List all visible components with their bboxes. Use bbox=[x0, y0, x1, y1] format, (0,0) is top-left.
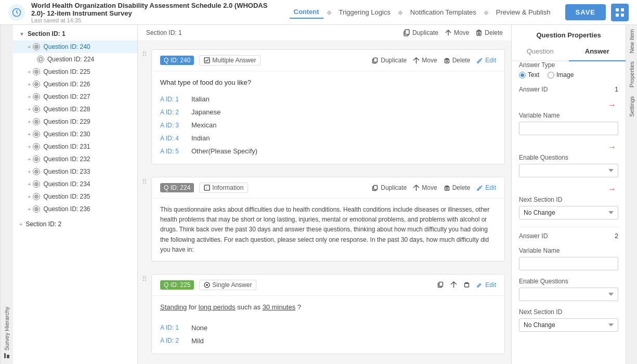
q240-type-badge: Multiple Answer bbox=[199, 55, 261, 66]
next-section-2-label: Next Section ID bbox=[519, 308, 618, 316]
plus-icon-229: + bbox=[28, 119, 31, 125]
svg-rect-36 bbox=[405, 30, 409, 34]
sidebar-question-231[interactable]: + Question ID: 231 bbox=[13, 140, 137, 153]
sidebar-q-label-224: Question ID: 224 bbox=[47, 56, 94, 63]
sidebar-question-240[interactable]: + Question ID: 240 bbox=[13, 41, 137, 53]
sidebar-question-225[interactable]: + Question ID: 225 bbox=[13, 66, 137, 78]
nav-notification[interactable]: Notification Templates bbox=[406, 6, 480, 18]
q240-move-btn[interactable]: Move bbox=[413, 57, 437, 64]
sidebar-question-236[interactable]: + Question ID: 236 bbox=[13, 203, 137, 215]
svg-rect-50 bbox=[439, 282, 443, 287]
section-1-header[interactable]: ▼ Section ID: 1 bbox=[13, 27, 137, 41]
sidebar-q-label-228: Question ID: 228 bbox=[43, 106, 90, 113]
q225-drag-handle[interactable]: ⠿ bbox=[138, 268, 151, 287]
red-arrow-ns-1-icon: → bbox=[608, 185, 616, 194]
section-move-btn[interactable]: Move bbox=[445, 29, 469, 36]
answer-id-2-value: 2 bbox=[615, 232, 618, 240]
q240-answer-5: A ID: 5 Other(Please Specify) bbox=[160, 145, 496, 158]
q224-card-row: ⠿ Q ID: 224 i Information Duplicate bbox=[138, 171, 511, 268]
q240-duplicate-btn[interactable]: Duplicate bbox=[372, 57, 407, 64]
q240-del-label: Delete bbox=[452, 57, 471, 64]
variable-name-1-input[interactable] bbox=[519, 122, 618, 135]
section-duplicate-btn[interactable]: Duplicate bbox=[403, 29, 438, 36]
save-button[interactable]: SAVE bbox=[565, 4, 606, 20]
sidebar-question-228[interactable]: + Question ID: 228 bbox=[13, 103, 137, 115]
grid-icon-button[interactable] bbox=[611, 4, 629, 21]
variable-name-1-label: Variable Name bbox=[519, 112, 618, 119]
q-icon-235 bbox=[33, 193, 40, 200]
radio-image[interactable]: Image bbox=[548, 71, 574, 79]
tab-answer[interactable]: Answer bbox=[569, 42, 626, 61]
svg-point-16 bbox=[36, 96, 37, 98]
settings-tab[interactable]: Settings bbox=[626, 92, 637, 121]
q225-duplicate-btn[interactable] bbox=[437, 281, 444, 288]
properties-tab[interactable]: Properties bbox=[626, 57, 637, 92]
sidebar-q-label-236: Question ID: 236 bbox=[43, 205, 90, 213]
q225-delete-btn[interactable] bbox=[463, 281, 470, 288]
next-section-2-select[interactable]: No Change bbox=[519, 318, 618, 332]
q224-edit-btn[interactable]: Edit bbox=[476, 184, 496, 191]
q224-move-btn[interactable]: Move bbox=[413, 184, 437, 191]
enable-questions-1-select[interactable] bbox=[519, 164, 618, 177]
plus-icon-236: + bbox=[28, 206, 31, 212]
sidebar-question-229[interactable]: + Question ID: 229 bbox=[13, 115, 137, 128]
section-2-header[interactable]: + Section ID: 2 bbox=[13, 217, 137, 231]
sidebar-question-227[interactable]: + Question ID: 227 bbox=[13, 90, 137, 103]
nav-triggering[interactable]: Triggering Logics bbox=[335, 6, 395, 18]
q240-edit-btn[interactable]: Edit bbox=[476, 57, 496, 64]
plus-section-2: + bbox=[19, 221, 22, 227]
svg-rect-41 bbox=[445, 59, 449, 63]
q240-text: What type of food do you like? bbox=[152, 71, 504, 90]
sidebar-question-234[interactable]: + Question ID: 234 bbox=[13, 178, 137, 190]
plus-icon-232: + bbox=[28, 156, 31, 162]
section-delete-btn[interactable]: Delete bbox=[475, 29, 503, 36]
main-layout: Survey Hierarchy ▼ Section ID: 1 + Quest… bbox=[0, 25, 637, 364]
q224-delete-btn[interactable]: Delete bbox=[444, 184, 471, 191]
q240-drag-handle[interactable]: ⠿ bbox=[138, 43, 151, 62]
nav-preview[interactable]: Preview & Publish bbox=[492, 6, 555, 18]
right-panel-header-area: ↱ Question Properties Question Answer bbox=[512, 25, 626, 61]
radio-text-label: Text bbox=[528, 71, 539, 79]
section-1-label: Section ID: 1 bbox=[28, 30, 66, 37]
plus-icon-233: + bbox=[28, 168, 31, 175]
sidebar-question-230[interactable]: + Question ID: 230 bbox=[13, 128, 137, 140]
enable-questions-2-select[interactable] bbox=[519, 288, 618, 301]
sidebar-question-233[interactable]: + Question ID: 233 bbox=[13, 165, 137, 178]
next-section-1-select[interactable]: No Change bbox=[519, 206, 618, 219]
answer-id-1-value: 1 bbox=[615, 86, 618, 93]
radio-text[interactable]: Text bbox=[519, 71, 539, 79]
svg-text:i: i bbox=[206, 186, 207, 190]
q224-drag-handle[interactable]: ⠿ bbox=[138, 171, 151, 190]
q225-edit-btn[interactable]: Edit bbox=[476, 281, 496, 289]
q225-answer-2: A ID: 2 Mild bbox=[160, 334, 496, 347]
q-icon-228 bbox=[33, 106, 40, 113]
q240-move-label: Move bbox=[422, 57, 437, 64]
sidebar-question-224[interactable]: i Question ID: 224 bbox=[13, 53, 137, 66]
enable-questions-2-group: Enable Questions bbox=[519, 278, 618, 301]
q-icon-229 bbox=[33, 118, 40, 125]
q224-type-badge: i Information bbox=[199, 183, 248, 193]
arrow-var-1: → bbox=[519, 100, 618, 110]
q-icon-227 bbox=[33, 93, 40, 100]
arrow-ns-1: → bbox=[519, 185, 618, 194]
q-icon-236 bbox=[33, 205, 40, 213]
plus-icon-225: + bbox=[28, 69, 31, 75]
q240-dup-label: Duplicate bbox=[381, 57, 407, 64]
next-section-2-group: Next Section ID No Change bbox=[519, 308, 618, 332]
nav-content[interactable]: Content bbox=[290, 6, 323, 19]
tab-question[interactable]: Question bbox=[512, 42, 569, 61]
new-item-tab[interactable]: New Item bbox=[626, 25, 637, 57]
q240-card-row: ⠿ Q ID: 240 Multiple Answer Duplicate bbox=[138, 41, 511, 171]
svg-point-30 bbox=[36, 184, 37, 185]
q240-delete-btn[interactable]: Delete bbox=[444, 57, 471, 64]
section-1-group: ▼ Section ID: 1 + Question ID: 240 i Que… bbox=[13, 25, 137, 217]
sidebar-question-226[interactable]: + Question ID: 226 bbox=[13, 78, 137, 90]
survey-hierarchy-tab[interactable]: Survey Hierarchy bbox=[0, 25, 13, 364]
q224-duplicate-btn[interactable]: Duplicate bbox=[372, 184, 407, 191]
q225-move-btn[interactable] bbox=[450, 281, 457, 288]
sidebar-question-232[interactable]: + Question ID: 232 bbox=[13, 153, 137, 165]
sidebar-question-235[interactable]: + Question ID: 235 bbox=[13, 190, 137, 203]
variable-name-2-input[interactable] bbox=[519, 257, 618, 270]
q225-text-standing: Standing bbox=[160, 303, 187, 311]
svg-point-26 bbox=[36, 159, 37, 160]
